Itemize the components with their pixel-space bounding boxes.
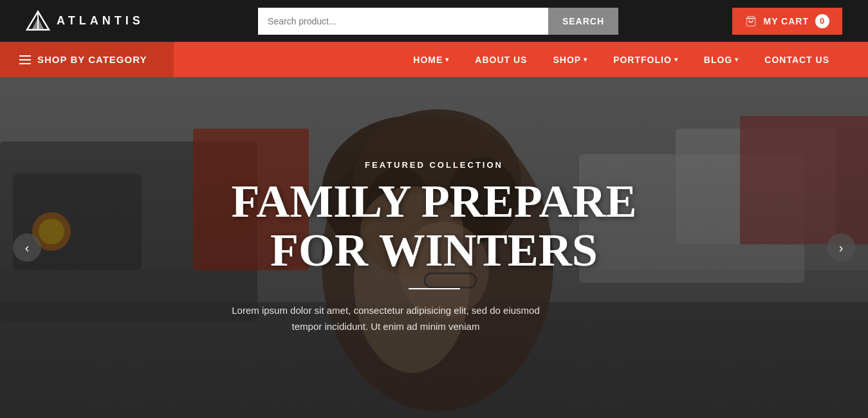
nav-item-shop[interactable]: SHOP ▾ (540, 42, 600, 77)
featured-label: FEATURED COLLECTION (232, 160, 637, 170)
shop-by-category-label: SHOP BY CATEGORY (37, 54, 147, 65)
logo-area: ATLANTIS (26, 9, 144, 33)
chevron-down-icon: ▾ (735, 56, 739, 63)
hero-title: FAMILY PREPARE FOR WINTERS (232, 177, 637, 275)
brand-name: ATLANTIS (57, 14, 144, 28)
nav-item-blog[interactable]: BLOG ▾ (691, 42, 752, 77)
logo-icon (26, 9, 50, 33)
main-nav: HOME ▾ ABOUT US SHOP ▾ PORTFOLIO ▾ BLOG … (174, 42, 868, 77)
chevron-down-icon: ▾ (674, 56, 678, 63)
hero-subtitle: Lorem ipsum dolor sit amet, consectetur … (232, 302, 540, 335)
shop-by-category-button[interactable]: SHOP BY CATEGORY (0, 42, 174, 77)
hero-divider (409, 288, 460, 289)
top-bar: ATLANTIS SEARCH MY CART 0 (0, 0, 868, 42)
search-area: SEARCH (258, 8, 618, 35)
nav-bar: SHOP BY CATEGORY HOME ▾ ABOUT US SHOP ▾ … (0, 42, 868, 77)
nav-item-contact[interactable]: CONTACT US (752, 42, 842, 77)
chevron-down-icon: ▾ (445, 56, 449, 63)
cart-label: MY CART (763, 16, 809, 26)
search-button[interactable]: SEARCH (548, 8, 618, 35)
hero-title-line2: FOR WINTERS (270, 224, 598, 276)
hamburger-icon (19, 55, 31, 64)
hero-section: ‹ FEATURED COLLECTION FAMILY PREPARE FOR… (0, 77, 868, 418)
hero-content: FEATURED COLLECTION FAMILY PREPARE FOR W… (232, 160, 637, 334)
hero-prev-button[interactable]: ‹ (13, 233, 41, 262)
cart-count: 0 (815, 14, 829, 28)
search-input[interactable] (258, 8, 548, 35)
nav-item-home[interactable]: HOME ▾ (400, 42, 462, 77)
nav-item-about[interactable]: ABOUT US (462, 42, 540, 77)
nav-item-portfolio[interactable]: PORTFOLIO ▾ (600, 42, 691, 77)
hero-next-button[interactable]: › (827, 233, 855, 262)
hero-title-line1: FAMILY PREPARE (232, 176, 637, 227)
cart-icon (745, 15, 757, 27)
cart-button[interactable]: MY CART 0 (732, 8, 842, 35)
chevron-down-icon: ▾ (584, 56, 587, 63)
